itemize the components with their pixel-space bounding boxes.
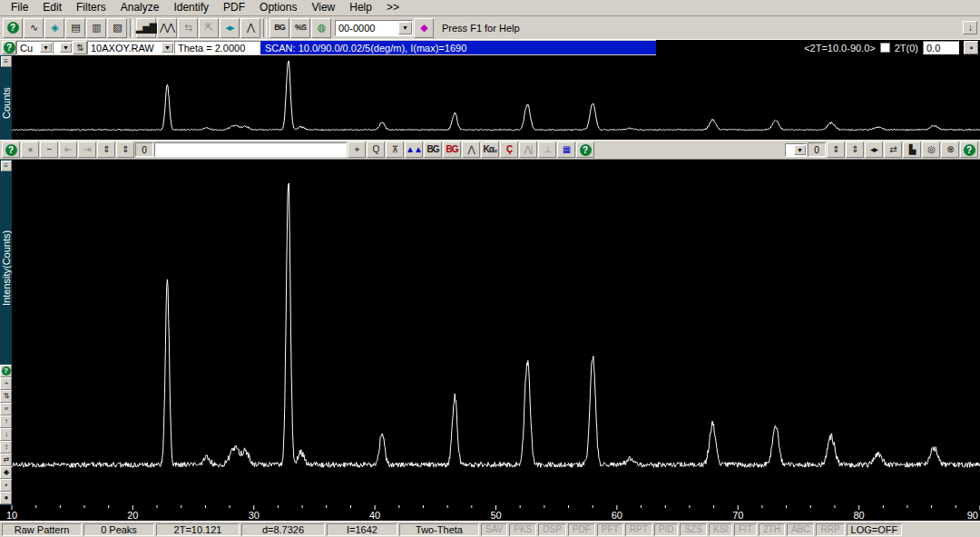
status-peaks-count[interactable]: 0 Peaks <box>83 523 154 536</box>
find-peaks-icon[interactable]: ⋀⋀ <box>157 18 177 38</box>
expand-y-icon[interactable]: ↕ <box>0 441 12 454</box>
status-flag-szs[interactable]: SZS <box>680 523 706 536</box>
zoom-out-icon[interactable]: − <box>40 142 58 158</box>
zoom-tool-icon[interactable]: Q <box>367 142 385 158</box>
help-icon[interactable]: ? <box>2 41 16 54</box>
small-square-icon[interactable]: ▪ <box>0 479 12 492</box>
background-fit-icon[interactable]: BG <box>443 142 461 158</box>
menu-analyze[interactable]: Analyze <box>113 0 167 15</box>
crystallite-size-icon[interactable]: Ç <box>500 142 518 158</box>
paint-peaks-icon[interactable]: ▲▲ <box>405 142 423 158</box>
normalize-icon[interactable]: ◎ <box>922 142 940 158</box>
kalpha2-strip-icon[interactable]: Kα₂ <box>481 142 499 158</box>
toolbar-collapse-icon[interactable]: ↓ <box>963 21 977 34</box>
status-flag-sav[interactable]: SAV <box>481 523 507 536</box>
shift-pattern-icon[interactable]: ⇆ <box>178 18 198 38</box>
help-icon[interactable]: ? <box>2 142 20 158</box>
menu-file[interactable]: File <box>4 0 35 15</box>
scale-mode-combo[interactable]: ▼ <box>785 143 807 157</box>
chevron-down-icon[interactable]: ▼ <box>162 43 173 53</box>
status-flag-ksi[interactable]: KSI <box>709 523 732 536</box>
status-flag-dsp[interactable]: DSP <box>538 523 566 536</box>
scroll-down-icon[interactable]: ↓ <box>0 428 12 441</box>
spin-y-icon[interactable]: ⇕ <box>97 142 115 158</box>
chevron-down-icon[interactable]: ▼ <box>398 22 412 34</box>
status-flag-fit[interactable]: FIT <box>734 523 757 536</box>
status-flag-rpt[interactable]: RPT <box>625 523 652 536</box>
cursor-tool-icon[interactable]: ⌖ <box>348 142 366 158</box>
cursor-marker-icon[interactable]: + <box>0 377 12 390</box>
panel-grip-icon[interactable]: ≡ <box>1 56 12 67</box>
status-flag-pft[interactable]: PFT <box>597 523 623 536</box>
open-file-icon[interactable]: ▤ <box>65 18 85 38</box>
t0-checkbox[interactable] <box>880 43 890 53</box>
anode-combo[interactable]: Cu ▼ <box>16 41 53 54</box>
status-flag-pks[interactable]: PKS <box>509 523 536 536</box>
spin-intensity-icon[interactable]: ⇕ <box>827 142 845 158</box>
peak-id-tool-icon[interactable]: ⋀| <box>519 142 537 158</box>
overview-trace-plot[interactable] <box>12 55 980 140</box>
status-log-mode[interactable]: LOG=OFF <box>847 523 903 536</box>
print-icon[interactable]: ▥ <box>86 18 106 38</box>
stacked-view-icon[interactable]: ▙ <box>903 142 921 158</box>
reset-view-icon[interactable]: ● <box>0 492 12 504</box>
label-peaks-icon[interactable]: ⊥ <box>538 142 556 158</box>
menu-pdf[interactable]: PDF <box>216 0 252 15</box>
menu-filters[interactable]: Filters <box>69 0 113 15</box>
pdf-droplet-icon[interactable]: ◆ <box>414 18 434 38</box>
theta-stepper[interactable]: ⇅ <box>73 41 87 54</box>
help-icon[interactable]: ? <box>3 18 23 38</box>
record-icon[interactable]: ● <box>21 142 39 158</box>
pan-left-icon[interactable]: ⇤ <box>59 142 77 158</box>
pdf-number-combo[interactable]: 00-0000 ▼ <box>335 20 413 36</box>
page-left-icon[interactable]: « <box>0 403 12 415</box>
display-mode-combo[interactable]: ▼ <box>53 41 73 54</box>
internet-database-icon[interactable]: ◍ <box>311 18 331 38</box>
lock-range-button[interactable]: ▪ <box>964 41 978 54</box>
swap-axes-icon[interactable]: ⇄ <box>884 142 902 158</box>
profile-fit-tool-icon[interactable]: ⋀ <box>462 142 480 158</box>
background-edit-icon[interactable]: BG <box>424 142 442 158</box>
menu-edit[interactable]: Edit <box>35 0 69 15</box>
file-combo[interactable]: 10AXOY.RAW ▼ <box>87 41 174 54</box>
profile-icon[interactable]: ⋀ <box>240 18 260 38</box>
histogram-icon[interactable]: ▂▅▇ <box>136 18 156 38</box>
status-flag-pid[interactable]: PID <box>654 523 679 536</box>
scroll-up-icon[interactable]: ↑ <box>0 415 12 428</box>
zoom-window-icon[interactable]: ◈ <box>44 18 64 38</box>
pan-pair-icon[interactable]: ◂▸ <box>865 142 883 158</box>
scale-tool-icon[interactable]: ⊼ <box>386 142 404 158</box>
clear-overlay-icon[interactable]: ⊗ <box>941 142 959 158</box>
separator[interactable] <box>130 19 133 37</box>
pan-x-icon[interactable]: ⇄ <box>0 454 12 466</box>
theta-field[interactable]: Theta = 2.0000 <box>174 41 260 54</box>
pdf-overlay-grid-icon[interactable]: ▦ <box>557 142 575 158</box>
smooth-icon[interactable]: %S <box>290 18 310 38</box>
main-chart-panel[interactable]: ≡ Intensity(Counts) ?+⇅«↑↓↕⇄◆▪● <box>0 160 980 505</box>
spin-x-icon[interactable]: ⇕ <box>116 142 134 158</box>
overview-chart-panel[interactable]: ≡ Counts <box>0 55 980 140</box>
status-flag-rrp[interactable]: RRP <box>816 523 844 536</box>
panel-grip-icon[interactable]: ≡ <box>1 161 12 171</box>
status-flag-abc[interactable]: ABC <box>787 523 815 536</box>
help-icon[interactable]: ? <box>960 142 978 158</box>
status-pattern-type[interactable]: Raw Pattern <box>2 523 82 536</box>
chevron-down-icon[interactable]: ▼ <box>60 43 72 53</box>
status-flag-pdf[interactable]: PDF <box>568 523 595 536</box>
report-icon[interactable]: ▧ <box>107 18 127 38</box>
menu-identify[interactable]: Identify <box>166 0 216 15</box>
expression-input[interactable] <box>154 142 347 157</box>
menu-help[interactable]: Help <box>342 0 379 15</box>
chevron-down-icon[interactable]: ▼ <box>794 145 806 155</box>
chevron-down-icon[interactable]: ▼ <box>40 43 52 53</box>
menu-[interactable]: >> <box>379 0 407 15</box>
t0-value-field[interactable]: 0.0 <box>923 41 959 54</box>
pattern-trace-icon[interactable]: ∿ <box>24 18 44 38</box>
separator[interactable] <box>263 19 267 37</box>
help-icon[interactable]: ? <box>0 365 12 377</box>
menu-options[interactable]: Options <box>252 0 304 15</box>
menu-view[interactable]: View <box>304 0 342 15</box>
spin-range-icon[interactable]: ⇕ <box>846 142 864 158</box>
pan-right-icon[interactable]: ⇥ <box>78 142 96 158</box>
background-icon[interactable]: BG <box>270 18 289 38</box>
